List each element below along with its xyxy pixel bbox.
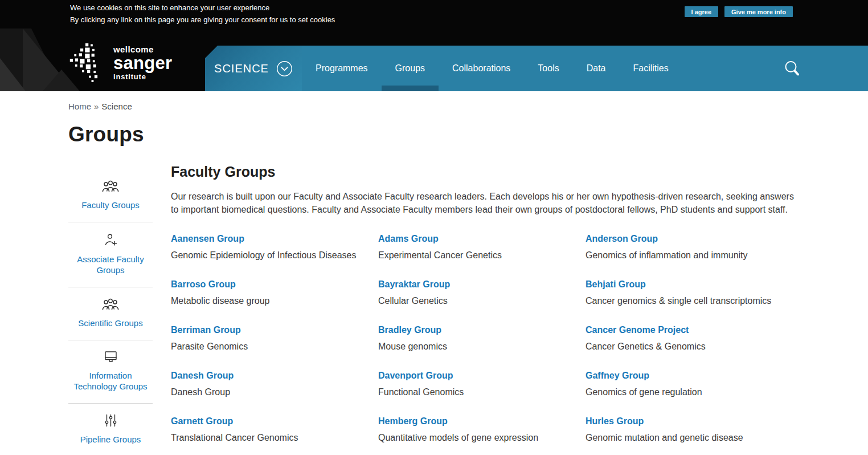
group-description: Quantitative models of gene expression [378,432,574,444]
sidebar-item-label: Pipeline Groups [80,434,141,444]
sanger-logo-mark [68,43,106,82]
group-entry: Barroso Group Metabolic disease group [171,279,378,307]
group-link[interactable]: Davenport Group [378,370,453,381]
nav-item-data[interactable]: Data [587,46,606,91]
group-entry: Cancer Genome Project Cancer Genetics & … [586,324,793,352]
group-entry: Anderson Group Genomics of inflammation … [586,233,793,261]
nav-item-groups[interactable]: Groups [395,46,425,91]
monitor-icon [68,351,153,365]
page-content: Home»Science Groups Faculty Groups [0,101,868,455]
cookie-message-line1: We use cookies on this site to enhance y… [70,3,269,12]
group-description: Cellular Genetics [378,295,574,307]
breadcrumb-science-link[interactable]: Science [101,101,132,111]
group-entry: Bradley Group Mouse genomics [378,324,586,352]
sidebar-item-information-technology-groups[interactable]: Information Technology Groups [68,340,153,403]
group-link[interactable]: Behjati Group [586,279,646,290]
group-description: Translational Cancer Genomics [171,432,367,444]
chevron-down-icon [276,60,293,77]
group-link[interactable]: Cancer Genome Project [586,324,689,336]
group-link[interactable]: Berriman Group [171,324,241,336]
breadcrumb-separator: » [94,101,99,111]
group-link[interactable]: Aanensen Group [171,233,244,245]
sidebar-item-associate-faculty-groups[interactable]: Associate Faculty Groups [68,222,153,287]
group-description: Genomics of gene regulation [586,386,781,398]
site-header: We use cookies on this site to enhance y… [0,0,868,91]
group-link[interactable]: Gaffney Group [586,370,649,381]
group-description: Mouse genomics [378,340,574,352]
people-group-icon [68,180,153,195]
breadcrumb: Home»Science [68,101,800,111]
people-group-icon [68,298,153,313]
group-link[interactable]: Bayraktar Group [378,279,450,290]
sidebar-item-label: Scientific Groups [78,318,142,328]
group-description: Genomics of inflammation and immunity [586,249,781,261]
nav-item-programmes[interactable]: Programmes [316,46,368,91]
group-entry: Davenport Group Functional Genomics [378,370,586,398]
group-entry: Garnett Group Translational Cancer Genom… [171,416,378,444]
group-link[interactable]: Adams Group [378,233,439,245]
nav-links: Programmes Groups Collaborations Tools D… [316,46,669,91]
page-title: Groups [68,123,800,147]
science-menu-button[interactable]: SCIENCE [205,46,302,91]
sidebar-item-label: Faculty Groups [81,200,140,210]
faculty-groups-section: Faculty Groups Our research is built upo… [171,162,800,455]
breadcrumb-home-link[interactable]: Home [68,101,91,111]
search-icon [784,60,801,78]
group-description: Danesh Group [171,386,367,398]
nav-item-facilities[interactable]: Facilities [633,46,668,91]
sidebar-item-faculty-groups[interactable]: Faculty Groups [68,169,153,222]
sidebar-item-pipeline-groups[interactable]: Pipeline Groups [68,404,153,455]
group-link[interactable]: Bradley Group [378,324,441,336]
section-intro: Our research is built upon our Faculty a… [171,190,800,216]
nav-item-collaborations[interactable]: Collaborations [452,46,510,91]
search-button[interactable] [784,46,801,91]
sidebar-item-label: Associate Faculty Groups [77,254,144,275]
group-description: Cancer genomics & single cell transcript… [586,295,781,307]
section-heading: Faculty Groups [171,164,800,180]
group-entry: Gaffney Group Genomics of gene regulatio… [586,370,793,398]
cookie-agree-button[interactable]: I agree [685,6,718,17]
group-link[interactable]: Danesh Group [171,370,234,381]
group-entry: Hurles Group Genomic mutation and geneti… [586,416,793,444]
nav-item-tools[interactable]: Tools [538,46,559,91]
group-description: Cancer Genetics & Genomics [586,340,781,352]
group-entry: Behjati Group Cancer genomics & single c… [586,279,793,307]
groups-grid: Aanensen Group Genomic Epidemiology of I… [171,233,800,455]
group-link[interactable]: Anderson Group [586,233,658,245]
group-link[interactable]: Barroso Group [171,279,236,290]
group-entry: Hemberg Group Quantitative models of gen… [378,416,586,444]
sidebar-item-label: Information Technology Groups [73,371,147,391]
sidebar-item-scientific-groups[interactable]: Scientific Groups [68,287,153,340]
group-entry: Adams Group Experimental Cancer Genetics [378,233,586,261]
group-description: Metabolic disease group [171,295,367,307]
group-link[interactable]: Garnett Group [171,416,233,427]
tab-corner-notch [205,46,218,58]
sliders-icon [68,414,153,429]
cookie-more-info-button[interactable]: Give me more info [724,6,793,17]
sanger-logo-text: wellcome sanger institute [113,45,172,80]
group-description: Experimental Cancer Genetics [378,249,574,261]
group-description: Functional Genomics [378,386,574,398]
group-entry: Danesh Group Danesh Group [171,370,378,398]
person-plus-icon [68,233,153,249]
group-description: Genomic mutation and genetic disease [586,432,781,444]
science-menu-label: SCIENCE [214,62,269,75]
primary-nav: SCIENCE Programmes Groups Collaborations… [205,46,868,91]
group-entry: Aanensen Group Genomic Epidemiology of I… [171,233,378,261]
group-entry: Berriman Group Parasite Genomics [171,324,378,352]
group-description: Genomic Epidemiology of Infectious Disea… [171,249,367,261]
sanger-logo[interactable]: wellcome sanger institute [68,43,172,82]
group-entry: Bayraktar Group Cellular Genetics [378,279,586,307]
groups-sidebar: Faculty Groups Associate Faculty Groups [68,162,153,455]
group-link[interactable]: Hemberg Group [378,416,448,427]
cookie-banner: We use cookies on this site to enhance y… [0,0,868,27]
group-description: Parasite Genomics [171,340,367,352]
group-link[interactable]: Hurles Group [586,416,644,427]
cookie-message-line2: By clicking any link on this page you ar… [70,15,335,24]
